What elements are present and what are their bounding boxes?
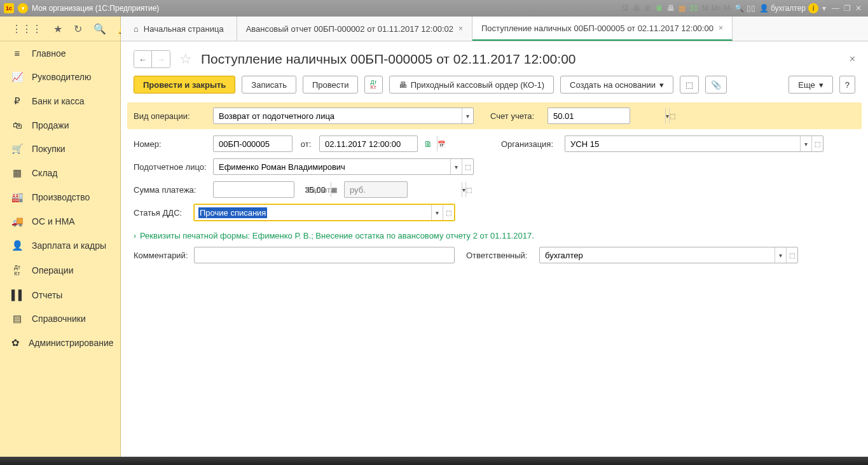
info-dropdown-icon[interactable]: ▾ <box>818 3 830 14</box>
nav-manager[interactable]: 📈Руководителю <box>0 65 120 89</box>
responsible-field[interactable]: ▾ ⬚ <box>539 247 798 263</box>
sum-field[interactable]: ▦ <box>213 181 294 198</box>
print-ko1-label: Приходный кассовый ордер (КО-1) <box>411 80 544 90</box>
person-input[interactable] <box>214 159 450 174</box>
dropdown-icon[interactable]: ▾ <box>431 205 443 220</box>
calendar-icon[interactable]: 📅 <box>437 136 445 151</box>
nav-purchases[interactable]: 🛒Покупки <box>0 137 120 161</box>
app-logo-icon: 1c <box>4 3 14 13</box>
info-icon[interactable]: i <box>808 3 818 13</box>
operation-type-field[interactable]: ▾ <box>213 108 474 124</box>
tabs-bar: ⌂ Начальная страница Авансовый отчет 00Б… <box>121 17 868 41</box>
tab-cash-income[interactable]: Поступление наличных 00БП-000005 от 02.1… <box>472 17 733 41</box>
tab-advance-report[interactable]: Авансовый отчет 00БП-000002 от 01.11.201… <box>237 17 472 41</box>
responsible-input[interactable] <box>540 247 775 263</box>
tab-close-icon[interactable]: × <box>719 24 723 32</box>
back-button[interactable]: ← <box>134 51 152 67</box>
calendar2-icon[interactable]: 31 <box>688 3 699 14</box>
nav-main-icon: ≡ <box>11 48 23 59</box>
date-field[interactable]: 📅 <box>319 135 418 152</box>
memory-mminus-icon[interactable]: М- <box>722 3 734 14</box>
nav-admin[interactable]: ✿Администрирование <box>0 331 120 355</box>
dropdown-circle-icon[interactable]: ▾ <box>18 3 28 13</box>
open-icon[interactable]: ⬚ <box>669 108 675 123</box>
print2-icon[interactable]: 🖶 <box>665 3 677 14</box>
zoom-icon[interactable]: 🔍 <box>734 3 745 14</box>
operation-type-input[interactable] <box>214 108 462 123</box>
nav-warehouse-icon: ▦ <box>11 167 23 179</box>
dropdown-icon[interactable]: ▾ <box>800 136 811 151</box>
comment-field[interactable] <box>194 247 455 263</box>
nav-assets[interactable]: 🚚ОС и НМА <box>0 209 120 233</box>
open-icon[interactable]: ⬚ <box>786 247 797 263</box>
calc-icon[interactable]: 🖩 <box>654 3 665 14</box>
nav-main[interactable]: ≡Главное <box>0 41 120 65</box>
attachments-button[interactable]: 📎 <box>705 76 727 94</box>
document-toolbar: Провести и закрыть Записать Провести ДтК… <box>121 76 868 102</box>
nav-sales[interactable]: 🛍Продажи <box>0 113 120 137</box>
titlebar-title: Моя организация (1С:Предприятие) <box>32 4 159 13</box>
comment-label: Комментарий: <box>134 251 188 260</box>
panels-icon[interactable]: ▯▯ <box>745 3 757 14</box>
forward-button[interactable]: → <box>152 51 170 67</box>
close-window-icon[interactable]: ✕ <box>853 3 864 14</box>
number-field[interactable] <box>213 135 293 152</box>
dropdown-icon[interactable]: ▾ <box>775 247 786 263</box>
more-button[interactable]: Еще ▾ <box>789 76 832 94</box>
post-and-close-button[interactable]: Провести и закрыть <box>134 76 235 94</box>
save-button[interactable]: Записать <box>242 76 296 94</box>
open-icon[interactable]: ⬚ <box>443 205 454 220</box>
memory-mplus-icon[interactable]: М+ <box>711 3 722 14</box>
save-file-icon[interactable]: 🖫 <box>619 3 631 14</box>
person-field[interactable]: ▾ ⬚ <box>213 158 474 175</box>
org-label: Организация: <box>501 139 558 149</box>
memory-m-icon[interactable]: М <box>699 3 711 14</box>
nav-operations-icon: ДтКт <box>11 264 23 277</box>
search-icon[interactable]: 🔍 <box>93 23 106 35</box>
print-icon[interactable]: 🖶 <box>631 3 642 14</box>
dropdown-icon[interactable]: ▾ <box>450 159 462 174</box>
nav-bank[interactable]: ₽Банк и касса <box>0 89 120 113</box>
favorite-star-icon[interactable]: ☆ <box>179 51 192 67</box>
minimize-icon[interactable]: — <box>830 3 841 14</box>
dds-value[interactable]: Прочие списания <box>198 207 267 218</box>
tab-home[interactable]: ⌂ Начальная страница <box>121 17 237 41</box>
nav-hr[interactable]: 👤Зарплата и кадры <box>0 233 120 258</box>
help-button[interactable]: ? <box>839 76 855 94</box>
tab-close-icon[interactable]: × <box>458 24 463 33</box>
post-button[interactable]: Провести <box>303 76 359 94</box>
page-close-icon[interactable]: × <box>850 53 855 65</box>
maximize-icon[interactable]: ❐ <box>841 3 853 14</box>
nav-reports[interactable]: ▌▌Отчеты <box>0 283 120 307</box>
org-field[interactable]: ▾ ⬚ <box>565 135 823 152</box>
history-icon[interactable]: ↻ <box>74 23 82 35</box>
date-input[interactable] <box>320 136 437 151</box>
print-ko1-button[interactable]: 🖶 Приходный кассовый ордер (КО-1) <box>389 76 554 94</box>
star-icon[interactable]: ★ <box>53 23 62 35</box>
new-doc-icon[interactable]: 🗎 <box>424 139 432 149</box>
dds-field[interactable]: Прочие списания ▾ ⬚ <box>194 204 455 221</box>
dtkt-button[interactable]: ДтКт <box>364 76 382 94</box>
calendar1-icon[interactable]: ▦ <box>677 3 688 14</box>
comment-input[interactable] <box>195 247 454 263</box>
nav-back-forward: ← → <box>134 50 170 68</box>
create-based-button[interactable]: Создать на основании ▾ <box>560 76 673 94</box>
org-input[interactable] <box>565 136 800 151</box>
number-input[interactable] <box>214 136 331 151</box>
nav-operations[interactable]: ДтКтОперации <box>0 258 120 283</box>
print-details-link[interactable]: › Реквизиты печатной формы: Ефименко Р. … <box>134 227 855 247</box>
nav-production[interactable]: 🏭Производство <box>0 185 120 209</box>
related-docs-button[interactable]: ⬚ <box>680 76 699 94</box>
nav-reports-icon: ▌▌ <box>11 289 23 300</box>
nav-warehouse[interactable]: ▦Склад <box>0 161 120 185</box>
open-icon[interactable]: ⬚ <box>811 136 823 151</box>
tab-advance-report-label: Авансовый отчет 00БП-000002 от 01.11.201… <box>246 24 453 34</box>
nav-catalogs[interactable]: ▤Справочники <box>0 307 120 331</box>
account-field[interactable]: ▾ ⬚ <box>548 108 630 124</box>
user-badge[interactable]: 👤бухгалтер <box>757 4 808 13</box>
dropdown-icon[interactable]: ▾ <box>462 108 473 123</box>
account-input[interactable] <box>548 108 665 123</box>
open-icon[interactable]: ⬚ <box>462 159 473 174</box>
preview-icon[interactable]: 🗎 <box>642 3 654 14</box>
apps-icon[interactable]: ⋮⋮⋮ <box>11 23 42 35</box>
